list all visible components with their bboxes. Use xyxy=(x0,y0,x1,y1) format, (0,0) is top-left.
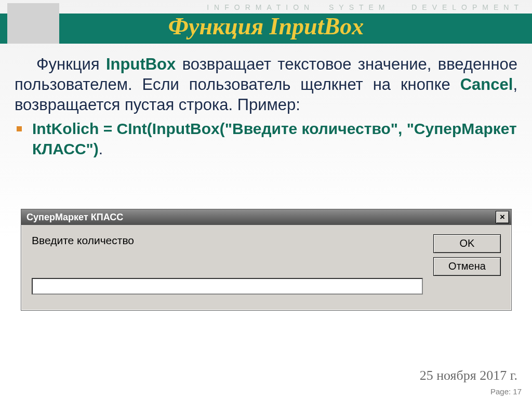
bullet-item: IntKolich = CInt(InputBox("Введите колич… xyxy=(15,119,517,159)
dialog-body: Введите количество OK Отмена xyxy=(21,225,511,310)
slide-title: Функция InputBox xyxy=(0,12,532,40)
dialog-left-pane: Введите количество xyxy=(32,234,423,295)
close-icon: × xyxy=(500,212,505,222)
code-line: IntKolich = CInt(InputBox("Введите колич… xyxy=(32,120,517,157)
code-dot: . xyxy=(99,140,103,157)
dialog-prompt: Введите количество xyxy=(32,234,423,247)
footer-date: 25 ноября 2017 г. xyxy=(420,368,517,383)
header-tracery: INFORMATION SYSTEM DEVELOPMENT xyxy=(0,3,532,11)
footer-page-number: Page: 17 xyxy=(490,387,522,396)
dialog-window: СуперМаркет КПАСС × Введите количество O… xyxy=(21,209,512,311)
para-pre: Функция xyxy=(36,55,106,73)
inputbox-dialog: СуперМаркет КПАСС × Введите количество O… xyxy=(21,209,512,311)
dialog-buttons: OK Отмена xyxy=(433,234,501,295)
dialog-input-field[interactable] xyxy=(32,278,423,295)
bullet-marker-icon xyxy=(17,126,22,131)
cancel-button[interactable]: Отмена xyxy=(433,257,501,276)
paragraph-main: Функция InputBox возвращает текстовое зн… xyxy=(15,55,517,115)
dialog-title: СуперМаркет КПАСС xyxy=(26,212,123,223)
slide: INFORMATION SYSTEM DEVELOPMENT Функция I… xyxy=(0,0,532,399)
dialog-titlebar: СуперМаркет КПАСС × xyxy=(21,209,511,225)
close-button[interactable]: × xyxy=(496,211,509,223)
ok-button[interactable]: OK xyxy=(433,234,501,253)
keyword-inputbox: InputBox xyxy=(106,55,176,73)
content-area: Функция InputBox возвращает текстовое зн… xyxy=(15,55,517,159)
bullet-code-text: IntKolich = CInt(InputBox("Введите колич… xyxy=(32,119,517,159)
keyword-cancel: Cancel xyxy=(460,75,513,94)
